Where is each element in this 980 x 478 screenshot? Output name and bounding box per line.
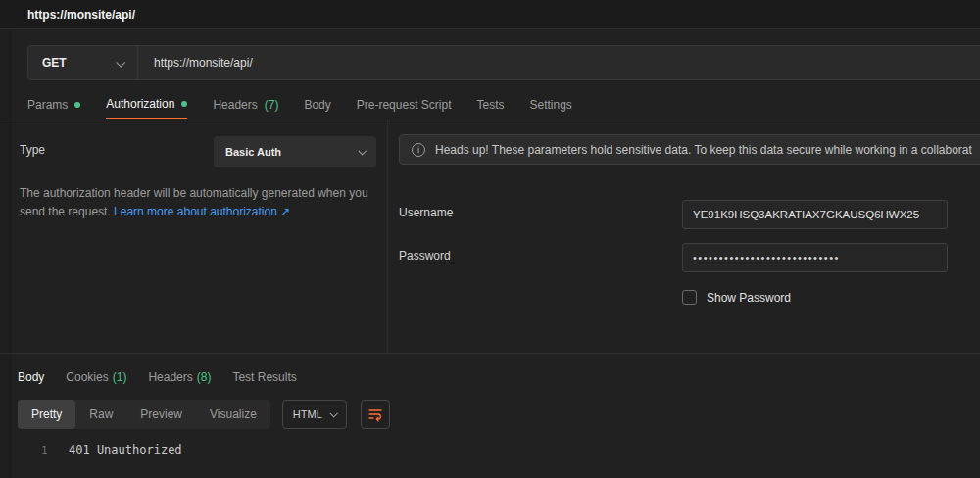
url-text: https://monsite/api/	[154, 56, 253, 70]
response-body-viewer[interactable]: 1 401 Unauthorized	[0, 437, 980, 478]
response-tab-test-results[interactable]: Test Results	[232, 370, 296, 384]
response-body-text: 401 Unauthorized	[69, 443, 182, 456]
response-view-toolbar: Pretty Raw Preview Visualize HTML	[18, 400, 390, 429]
response-tab-cookies-label: Cookies	[66, 370, 108, 384]
method-selector[interactable]: GET	[28, 46, 138, 79]
sensitive-data-banner: i Heads up! These parameters hold sensit…	[399, 134, 980, 165]
tab-headers-label: Headers	[213, 98, 257, 112]
tab-tests[interactable]: Tests	[476, 90, 504, 120]
learn-more-label: Learn more about authorization	[114, 205, 277, 218]
tab-authorization-label: Authorization	[106, 97, 174, 111]
auth-type-value: Basic Auth	[225, 146, 281, 158]
view-mode-pretty[interactable]: Pretty	[18, 400, 75, 429]
request-tab-title[interactable]: https://monsite/api/	[27, 0, 135, 29]
banner-text: Heads up! These parameters hold sensitiv…	[435, 143, 972, 157]
postman-window: https://monsite/api/ GET https://monsite…	[0, 0, 980, 478]
request-tabs: Params Authorization Headers (7) Body Pr…	[27, 90, 980, 120]
tabs-divider	[0, 119, 980, 120]
tab-settings[interactable]: Settings	[530, 90, 572, 120]
show-password-label: Show Password	[707, 291, 791, 305]
view-mode-preview[interactable]: Preview	[126, 400, 196, 429]
tab-body-label: Body	[304, 98, 330, 112]
password-input[interactable]: ••••••••••••••••••••••••••••	[682, 243, 948, 272]
username-label: Username	[399, 206, 453, 219]
tab-pre-request-script[interactable]: Pre-request Script	[357, 90, 452, 120]
response-line-number: 1	[41, 444, 48, 456]
authorization-active-dot-icon	[181, 101, 187, 107]
auth-type-select[interactable]: Basic Auth	[214, 136, 376, 167]
url-input[interactable]: https://monsite/api/	[138, 46, 980, 79]
method-label: GET	[42, 56, 67, 70]
wrap-line-button[interactable]	[361, 400, 390, 429]
auth-description: The authorization header will be automat…	[20, 184, 374, 221]
password-label: Password	[399, 249, 451, 263]
chevron-down-icon	[116, 57, 125, 67]
response-tab-headers-count: (8)	[197, 370, 212, 384]
tab-pre-request-script-label: Pre-request Script	[357, 98, 452, 112]
tab-tests-label: Tests	[476, 98, 504, 112]
chevron-down-icon	[358, 147, 366, 155]
show-password-checkbox[interactable]	[682, 290, 697, 305]
response-tab-headers[interactable]: Headers (8)	[148, 370, 211, 384]
response-tabs: Body Cookies (1) Headers (8) Test Result…	[18, 366, 297, 388]
username-value: YE91K9HSQ3AKRATIAX7GKAUSQ6HWX25	[693, 209, 919, 220]
response-format-select[interactable]: HTML	[282, 400, 347, 429]
request-tab-bar: https://monsite/api/	[0, 0, 980, 29]
response-tab-body[interactable]: Body	[18, 370, 44, 384]
request-url-bar: GET https://monsite/api/	[27, 45, 980, 80]
view-mode-raw[interactable]: Raw	[75, 400, 126, 429]
wrap-line-icon	[368, 406, 383, 422]
password-masked-value: ••••••••••••••••••••••••••••	[693, 252, 840, 263]
response-tab-body-label: Body	[18, 370, 44, 384]
tab-headers[interactable]: Headers (7)	[213, 90, 278, 120]
tab-params[interactable]: Params	[27, 90, 80, 120]
chevron-down-icon	[329, 409, 337, 417]
tab-body[interactable]: Body	[304, 90, 330, 120]
external-link-icon: ↗	[280, 205, 290, 218]
response-divider	[0, 353, 980, 354]
response-tab-cookies-count: (1)	[113, 370, 127, 384]
view-mode-segments: Pretty Raw Preview Visualize	[18, 400, 270, 429]
panel-divider	[387, 120, 388, 353]
response-tab-test-results-label: Test Results	[232, 370, 296, 384]
tab-headers-count: (7)	[265, 98, 279, 112]
view-mode-visualize[interactable]: Visualize	[196, 400, 270, 429]
info-icon: i	[412, 143, 425, 157]
response-tab-headers-label: Headers	[148, 370, 192, 384]
response-format-value: HTML	[293, 408, 322, 420]
tab-params-label: Params	[27, 98, 68, 112]
response-tab-cookies[interactable]: Cookies (1)	[66, 370, 126, 384]
sidebar-edge	[0, 30, 12, 478]
learn-more-link[interactable]: Learn more about authorization ↗	[114, 205, 290, 218]
tab-authorization[interactable]: Authorization	[106, 90, 187, 120]
tab-settings-label: Settings	[530, 98, 572, 112]
username-input[interactable]: YE91K9HSQ3AKRATIAX7GKAUSQ6HWX25	[682, 200, 948, 229]
params-active-dot-icon	[74, 102, 80, 108]
auth-type-label: Type	[20, 143, 45, 157]
